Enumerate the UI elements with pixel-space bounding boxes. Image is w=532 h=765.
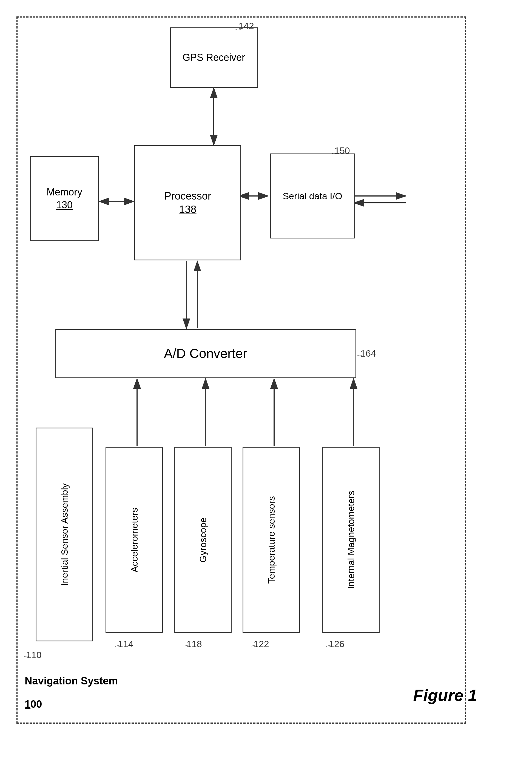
- gps-ref-tick: ⌒: [234, 27, 242, 38]
- gps-receiver-box: GPS Receiver: [170, 27, 258, 88]
- serial-io-box: Serial data I/O: [270, 154, 355, 239]
- gyro-ref-tick: ⌒: [183, 644, 190, 654]
- ad-converter-box: A/D Converter: [55, 329, 356, 378]
- memory-box: Memory 130: [30, 156, 99, 241]
- mag-ref-tick: ⌒: [325, 644, 333, 654]
- inertial-ref-tick: ⌒: [23, 654, 30, 664]
- navigation-system-label: Navigation System: [25, 674, 118, 688]
- gyroscope-box: Gyroscope: [174, 447, 232, 633]
- accelerometers-box: Accelerometers: [106, 447, 163, 633]
- temperature-box: Temperature sensors: [243, 447, 300, 633]
- ad-ref-tick: ⌒: [356, 354, 363, 363]
- magnetometers-box: Internal Magnetometers: [322, 447, 380, 633]
- accel-ref-tick: ⌒: [115, 644, 122, 654]
- inertial-sensor-box: Inertial Sensor Assembly: [36, 427, 93, 641]
- navigation-system-ref: 100: [25, 698, 42, 710]
- page: Navigation System 100 Figure 1: [0, 0, 532, 765]
- serial-ref-tick: ⌒: [330, 152, 337, 161]
- processor-box: Processor 138: [134, 145, 241, 261]
- temp-ref-tick: ⌒: [250, 644, 258, 654]
- figure-label: Figure 1: [413, 686, 477, 705]
